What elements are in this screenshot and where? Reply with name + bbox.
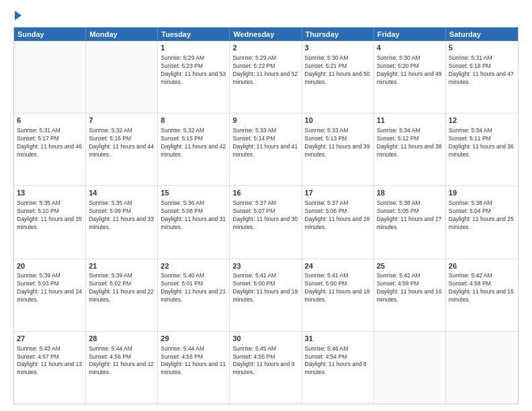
day-number: 24 (305, 261, 371, 271)
day-number: 12 (449, 116, 515, 126)
calendar-cell: 10Sunrise: 5:33 AM Sunset: 5:13 PM Dayli… (302, 113, 374, 185)
day-number: 6 (17, 116, 83, 126)
weekday-header: Sunday (14, 28, 86, 41)
calendar-cell: 7Sunrise: 5:32 AM Sunset: 5:16 PM Daylig… (86, 113, 158, 185)
calendar-cell: 4Sunrise: 5:30 AM Sunset: 5:20 PM Daylig… (374, 41, 446, 113)
day-number: 23 (232, 261, 298, 271)
sun-info: Sunrise: 5:42 AM Sunset: 4:58 PM Dayligh… (449, 272, 515, 304)
day-number: 18 (377, 188, 443, 198)
calendar-cell: 19Sunrise: 5:38 AM Sunset: 5:04 PM Dayli… (446, 186, 518, 258)
calendar-week-row: 13Sunrise: 5:35 AM Sunset: 5:10 PM Dayli… (14, 186, 518, 259)
calendar-cell: 21Sunrise: 5:39 AM Sunset: 5:02 PM Dayli… (86, 259, 158, 331)
day-number: 30 (232, 334, 298, 344)
sun-info: Sunrise: 5:45 AM Sunset: 4:55 PM Dayligh… (232, 345, 298, 377)
calendar-cell: 30Sunrise: 5:45 AM Sunset: 4:55 PM Dayli… (230, 332, 302, 404)
sun-info: Sunrise: 5:35 AM Sunset: 5:09 PM Dayligh… (89, 199, 154, 232)
calendar-cell: 27Sunrise: 5:43 AM Sunset: 4:57 PM Dayli… (14, 332, 86, 404)
sun-info: Sunrise: 5:39 AM Sunset: 5:03 PM Dayligh… (17, 272, 83, 304)
weekday-header: Tuesday (158, 28, 230, 41)
calendar-cell: 2Sunrise: 5:29 AM Sunset: 5:22 PM Daylig… (230, 41, 302, 113)
day-number: 28 (89, 334, 154, 344)
sun-info: Sunrise: 5:44 AM Sunset: 4:56 PM Dayligh… (89, 345, 154, 377)
calendar-cell: 13Sunrise: 5:35 AM Sunset: 5:10 PM Dayli… (14, 186, 86, 258)
day-number: 1 (161, 43, 226, 53)
logo-arrow-icon (15, 11, 21, 20)
sun-info: Sunrise: 5:35 AM Sunset: 5:10 PM Dayligh… (17, 199, 83, 232)
calendar-cell: 15Sunrise: 5:36 AM Sunset: 5:08 PM Dayli… (158, 186, 230, 258)
sun-info: Sunrise: 5:37 AM Sunset: 5:07 PM Dayligh… (232, 199, 298, 232)
day-number: 19 (449, 188, 515, 198)
calendar-cell: 11Sunrise: 5:34 AM Sunset: 5:12 PM Dayli… (374, 113, 446, 185)
sun-info: Sunrise: 5:41 AM Sunset: 5:00 PM Dayligh… (232, 272, 298, 304)
sun-info: Sunrise: 5:30 AM Sunset: 5:21 PM Dayligh… (305, 54, 371, 87)
calendar-cell: 6Sunrise: 5:31 AM Sunset: 5:17 PM Daylig… (14, 113, 86, 185)
calendar-body: 1Sunrise: 5:29 AM Sunset: 5:23 PM Daylig… (14, 41, 518, 404)
sun-info: Sunrise: 5:32 AM Sunset: 5:15 PM Dayligh… (161, 127, 226, 159)
sun-info: Sunrise: 5:33 AM Sunset: 5:14 PM Dayligh… (232, 127, 298, 159)
day-number: 3 (305, 43, 371, 53)
day-number: 5 (449, 43, 515, 53)
sun-info: Sunrise: 5:34 AM Sunset: 5:12 PM Dayligh… (377, 127, 443, 159)
calendar-cell: 18Sunrise: 5:38 AM Sunset: 5:05 PM Dayli… (374, 186, 446, 258)
sun-info: Sunrise: 5:46 AM Sunset: 4:54 PM Dayligh… (305, 345, 371, 377)
calendar-cell: 1Sunrise: 5:29 AM Sunset: 5:23 PM Daylig… (158, 41, 230, 113)
day-number: 31 (305, 334, 371, 344)
sun-info: Sunrise: 5:32 AM Sunset: 5:16 PM Dayligh… (89, 127, 154, 159)
day-number: 29 (161, 334, 226, 344)
day-number: 7 (89, 116, 154, 126)
day-number: 15 (161, 188, 226, 198)
calendar-cell: 5Sunrise: 5:31 AM Sunset: 5:18 PM Daylig… (446, 41, 518, 113)
header (13, 12, 519, 20)
calendar-cell: 22Sunrise: 5:40 AM Sunset: 5:01 PM Dayli… (158, 259, 230, 331)
weekday-header: Friday (374, 28, 446, 41)
calendar-cell (86, 41, 158, 113)
calendar-cell: 14Sunrise: 5:35 AM Sunset: 5:09 PM Dayli… (86, 186, 158, 258)
calendar: SundayMondayTuesdayWednesdayThursdayFrid… (13, 27, 519, 404)
calendar-cell (374, 332, 446, 404)
calendar-week-row: 20Sunrise: 5:39 AM Sunset: 5:03 PM Dayli… (14, 259, 518, 332)
calendar-header: SundayMondayTuesdayWednesdayThursdayFrid… (14, 28, 518, 41)
day-number: 13 (17, 188, 83, 198)
sun-info: Sunrise: 5:40 AM Sunset: 5:01 PM Dayligh… (161, 272, 226, 304)
calendar-cell: 29Sunrise: 5:44 AM Sunset: 4:55 PM Dayli… (158, 332, 230, 404)
logo (13, 12, 21, 20)
calendar-cell: 24Sunrise: 5:41 AM Sunset: 5:00 PM Dayli… (302, 259, 374, 331)
calendar-cell: 17Sunrise: 5:37 AM Sunset: 5:06 PM Dayli… (302, 186, 374, 258)
calendar-cell: 28Sunrise: 5:44 AM Sunset: 4:56 PM Dayli… (86, 332, 158, 404)
sun-info: Sunrise: 5:29 AM Sunset: 5:22 PM Dayligh… (232, 54, 298, 87)
calendar-cell: 26Sunrise: 5:42 AM Sunset: 4:58 PM Dayli… (446, 259, 518, 331)
sun-info: Sunrise: 5:39 AM Sunset: 5:02 PM Dayligh… (89, 272, 154, 304)
day-number: 11 (377, 116, 443, 126)
day-number: 27 (17, 334, 83, 344)
calendar-cell: 20Sunrise: 5:39 AM Sunset: 5:03 PM Dayli… (14, 259, 86, 331)
sun-info: Sunrise: 5:34 AM Sunset: 5:11 PM Dayligh… (449, 127, 515, 159)
calendar-cell: 31Sunrise: 5:46 AM Sunset: 4:54 PM Dayli… (302, 332, 374, 404)
calendar-cell (446, 332, 518, 404)
day-number: 20 (17, 261, 83, 271)
calendar-cell: 23Sunrise: 5:41 AM Sunset: 5:00 PM Dayli… (230, 259, 302, 331)
weekday-header: Monday (86, 28, 158, 41)
day-number: 8 (161, 116, 226, 126)
weekday-header: Wednesday (230, 28, 302, 41)
sun-info: Sunrise: 5:30 AM Sunset: 5:20 PM Dayligh… (377, 54, 443, 87)
sun-info: Sunrise: 5:38 AM Sunset: 5:05 PM Dayligh… (377, 199, 443, 232)
sun-info: Sunrise: 5:37 AM Sunset: 5:06 PM Dayligh… (305, 199, 371, 232)
calendar-cell: 3Sunrise: 5:30 AM Sunset: 5:21 PM Daylig… (302, 41, 374, 113)
sun-info: Sunrise: 5:43 AM Sunset: 4:57 PM Dayligh… (17, 345, 83, 377)
day-number: 16 (232, 188, 298, 198)
calendar-week-row: 1Sunrise: 5:29 AM Sunset: 5:23 PM Daylig… (14, 41, 518, 113)
calendar-cell: 12Sunrise: 5:34 AM Sunset: 5:11 PM Dayli… (446, 113, 518, 185)
calendar-cell: 9Sunrise: 5:33 AM Sunset: 5:14 PM Daylig… (230, 113, 302, 185)
calendar-cell: 25Sunrise: 5:42 AM Sunset: 4:59 PM Dayli… (374, 259, 446, 331)
calendar-week-row: 27Sunrise: 5:43 AM Sunset: 4:57 PM Dayli… (14, 332, 518, 404)
calendar-week-row: 6Sunrise: 5:31 AM Sunset: 5:17 PM Daylig… (14, 113, 518, 186)
day-number: 10 (305, 116, 371, 126)
sun-info: Sunrise: 5:38 AM Sunset: 5:04 PM Dayligh… (449, 199, 515, 232)
day-number: 14 (89, 188, 154, 198)
sun-info: Sunrise: 5:29 AM Sunset: 5:23 PM Dayligh… (161, 54, 226, 87)
weekday-header: Thursday (302, 28, 374, 41)
sun-info: Sunrise: 5:41 AM Sunset: 5:00 PM Dayligh… (305, 272, 371, 304)
day-number: 17 (305, 188, 371, 198)
day-number: 21 (89, 261, 154, 271)
day-number: 22 (161, 261, 226, 271)
